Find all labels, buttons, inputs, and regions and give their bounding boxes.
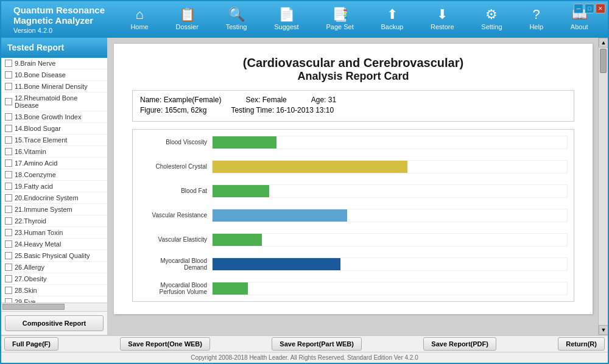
help-icon: ? xyxy=(533,8,540,21)
list-item[interactable]: 23.Human Toxin xyxy=(1,227,107,239)
toolbar-label-testing: Testing xyxy=(226,23,247,30)
list-item[interactable]: 16.Vitamin xyxy=(1,146,107,158)
chart-row: Myocardial Blood Demand xyxy=(139,257,568,271)
patient-age: Age: 31 xyxy=(311,96,336,104)
list-item[interactable]: 13.Bone Growth Index xyxy=(1,111,107,123)
patient-testing-time: Testing Time: 16-10-2013 13:10 xyxy=(231,106,334,114)
close-button[interactable]: ✕ xyxy=(596,4,605,13)
toolbar-label-pageset: Page Set xyxy=(326,23,353,30)
patient-figure: Figure: 165cm, 62kg xyxy=(140,106,206,114)
chart-track xyxy=(212,233,568,247)
save-pdf-button[interactable]: Save Report(PDF) xyxy=(423,337,496,351)
list-item[interactable]: 19.Fatty acid xyxy=(1,181,107,192)
list-item[interactable]: 12.Rheumatoid Bone Disease xyxy=(1,93,107,111)
chart-row-label: Vascular Elasticity xyxy=(139,236,212,243)
list-item-label: 22.Thyroid xyxy=(15,217,46,225)
save-part-web-button[interactable]: Save Report(Part WEB) xyxy=(272,337,362,351)
full-page-button[interactable]: Full Page(F) xyxy=(4,337,58,351)
chart-track xyxy=(212,209,568,222)
chart-row: Blood Fat xyxy=(139,184,568,198)
toolbar-label-restore: Restore xyxy=(431,23,454,30)
chart-row-label: Blood Fat xyxy=(139,187,212,194)
chart-bar xyxy=(213,258,340,270)
chart-row: Myocardial Blood Perfusion Volume xyxy=(139,282,568,295)
chart-bar xyxy=(213,209,347,222)
maximize-button[interactable]: □ xyxy=(585,4,594,13)
list-item[interactable]: 15.Trace Element xyxy=(1,135,107,146)
list-item-label: 12.Rheumatoid Bone Disease xyxy=(15,94,104,109)
list-item[interactable]: 14.Blood Sugar xyxy=(1,123,107,135)
list-item[interactable]: 27.Obesity xyxy=(1,273,107,285)
return-button[interactable]: Return(R) xyxy=(558,337,605,351)
scroll-thumb[interactable] xyxy=(600,49,607,73)
list-item[interactable]: 18.Coenzyme xyxy=(1,169,107,181)
chart-row-label: Blood Viscosity xyxy=(139,139,212,145)
list-item-checkbox xyxy=(5,287,12,294)
toolbar-label-help: Help xyxy=(529,23,543,30)
list-item[interactable]: 26.Allergy xyxy=(1,262,107,273)
list-item-label: 23.Human Toxin xyxy=(15,229,63,236)
toolbar-item-setting[interactable]: ⚙Setting xyxy=(475,5,508,33)
toolbar-label-home: Home xyxy=(130,23,148,30)
scroll-down-button[interactable]: ▼ xyxy=(599,325,608,335)
list-item-checkbox xyxy=(5,183,12,190)
scroll-up-button[interactable]: ▲ xyxy=(599,38,608,47)
list-item-checkbox xyxy=(5,206,12,213)
patient-info: Name: Example(Female) Sex: Female Age: 3… xyxy=(132,90,574,122)
list-item[interactable]: 20.Endocrine System xyxy=(1,192,107,204)
home-icon: ⌂ xyxy=(135,8,143,21)
footer: Copyright 2008-2018 Health Leader. All R… xyxy=(1,352,608,363)
restore-icon: ⬇ xyxy=(437,8,448,21)
list-item-checkbox xyxy=(5,113,12,121)
minimize-button[interactable]: ─ xyxy=(574,4,583,13)
chart-row: Vascular Resistance xyxy=(139,209,568,222)
list-item-label: 21.Immune System xyxy=(15,206,72,213)
list-item-label: 18.Coenzyme xyxy=(15,171,56,178)
report-title: (Cardiovascular and Cerebrovascular) Ana… xyxy=(132,56,574,83)
sidebar-scrollbar-h[interactable] xyxy=(1,303,107,311)
toolbar-item-restore[interactable]: ⬇Restore xyxy=(424,5,460,33)
suggest-icon: 📄 xyxy=(278,8,295,21)
toolbar-item-backup[interactable]: ⬆Backup xyxy=(375,5,410,33)
list-item[interactable]: 25.Basic Physical Quality xyxy=(1,250,107,262)
list-item-label: 27.Obesity xyxy=(15,275,47,282)
list-item-label: 15.Trace Element xyxy=(15,136,67,144)
save-one-web-button[interactable]: Save Report(One WEB) xyxy=(120,337,210,351)
toolbar-item-suggest[interactable]: 📄Suggest xyxy=(268,5,304,33)
toolbar-item-dossier[interactable]: 📋Dossier xyxy=(170,5,205,33)
toolbar-item-testing[interactable]: 🔍Testing xyxy=(220,5,253,33)
list-item-label: 9.Brain Nerve xyxy=(15,60,55,67)
chart-bar xyxy=(213,136,276,149)
toolbar-item-help[interactable]: ?Help xyxy=(523,5,549,33)
backup-icon: ⬆ xyxy=(387,8,398,21)
report-scrollbar[interactable]: ▲ ▼ xyxy=(598,38,608,335)
chart-track xyxy=(212,136,568,149)
list-item[interactable]: 10.Bone Disease xyxy=(1,69,107,81)
sidebar-header: Tested Report xyxy=(1,38,107,58)
list-item-label: 28.Skin xyxy=(15,287,37,294)
list-item-checkbox xyxy=(5,298,12,303)
setting-icon: ⚙ xyxy=(485,8,498,21)
list-item[interactable]: 17.Amino Acid xyxy=(1,158,107,169)
list-item[interactable]: 24.Heavy Metal xyxy=(1,239,107,250)
list-item[interactable]: 21.Immune System xyxy=(1,204,107,215)
toolbar-item-home[interactable]: ⌂Home xyxy=(124,5,154,33)
app-title-line2: Magnetic Analyzer xyxy=(13,15,111,26)
sidebar-bottom: Compositive Report xyxy=(1,311,107,335)
toolbar-label-suggest: Suggest xyxy=(274,23,298,30)
compositive-report-button[interactable]: Compositive Report xyxy=(5,315,104,331)
list-item[interactable]: 28.Skin xyxy=(1,285,107,296)
list-item-checkbox xyxy=(5,264,12,271)
list-item-checkbox xyxy=(5,136,12,144)
footer-text: Copyright 2008-2018 Health Leader. All R… xyxy=(191,354,418,361)
toolbar-item-pageset[interactable]: 📑Page Set xyxy=(320,5,359,33)
list-item[interactable]: 11.Bone Mineral Density xyxy=(1,81,107,93)
list-item[interactable]: 22.Thyroid xyxy=(1,215,107,227)
list-item-checkbox xyxy=(5,159,12,167)
list-item-checkbox xyxy=(5,148,12,155)
list-item-checkbox xyxy=(5,194,12,201)
list-item[interactable]: 29.Eye xyxy=(1,296,107,303)
chart-row-label: Myocardial Blood Perfusion Volume xyxy=(139,282,212,295)
list-item[interactable]: 9.Brain Nerve xyxy=(1,58,107,69)
list-item-checkbox xyxy=(5,98,12,105)
